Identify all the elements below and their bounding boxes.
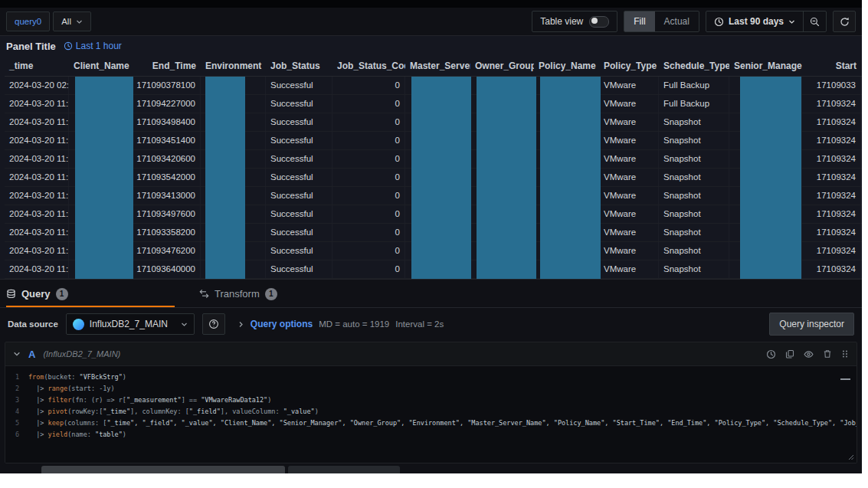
query-ref-id: A <box>28 349 35 360</box>
bottom-actions-partial <box>0 466 862 473</box>
table-cell: VMware <box>599 187 659 205</box>
table-cell: 171093358200 <box>132 224 201 241</box>
add-expression-button-partial[interactable] <box>288 466 400 473</box>
code-line: 4 |> pivot(rowKey:["_time"], columnKey: … <box>5 406 857 418</box>
line-number: 1 <box>5 372 28 383</box>
column-header-Job_Status[interactable]: Job_Status <box>266 61 332 71</box>
table-cell: VMware <box>599 113 659 131</box>
column-header-Policy_Type[interactable]: Policy_Type <box>599 61 659 71</box>
table-cell: Successful <box>266 187 332 205</box>
toolbar-right-controls: Table view Fill Actual Last 90 days <box>532 11 856 32</box>
query-inspector-button[interactable]: Query inspector <box>769 313 854 336</box>
table-cell: 171093498400 <box>132 113 201 131</box>
table-cell: 2024-03-20 11:00.. <box>5 95 69 113</box>
table-cell: VMware <box>599 150 659 168</box>
trash-icon[interactable] <box>823 349 832 359</box>
datasource-help-button[interactable] <box>202 313 225 335</box>
duplicate-icon[interactable] <box>785 349 794 359</box>
column-header-Policy_Name[interactable]: Policy_Name <box>534 61 599 71</box>
table-cell: 171093640000 <box>132 260 201 278</box>
table-cell: 171094227000 <box>132 95 201 113</box>
clock-icon <box>64 41 73 51</box>
actual-button[interactable]: Actual <box>655 11 699 31</box>
table-cell: Successful <box>266 169 332 186</box>
datasource-picker[interactable]: InfluxDB2_7_MAIN <box>66 313 195 335</box>
table-cell: 2024-03-20 02:5... <box>5 77 69 94</box>
table-view-control: Table view <box>532 11 617 32</box>
table-cell: 0 <box>332 187 405 205</box>
table-cell: 171093420600 <box>132 150 201 168</box>
table-cell: 2024-03-20 11:00.. <box>5 187 69 205</box>
variable-value: All <box>61 17 71 26</box>
code-line: 2 |> range(start: -1y) <box>5 383 857 395</box>
eye-icon[interactable] <box>804 349 814 359</box>
max-data-points-info: MD = auto = 1919 <box>319 319 389 329</box>
flux-code-editor[interactable]: 1from(bucket: "VFBckStrg")2 |> range(sta… <box>5 366 857 463</box>
table-cell: 17109033 <box>802 77 861 94</box>
redaction-bar <box>740 77 801 279</box>
history-icon[interactable] <box>766 349 776 359</box>
line-number: 6 <box>5 429 28 441</box>
table-cell: Successful <box>266 260 332 278</box>
table-cell: 17109324 <box>802 205 861 223</box>
zoom-out-time-button[interactable] <box>803 11 826 31</box>
redaction-bar <box>477 77 536 279</box>
column-header-Master_Server_Nam[interactable]: Master_Server_Nam <box>405 61 470 71</box>
query-row-header[interactable]: A (InfluxDB2_7_MAIN) <box>5 342 857 366</box>
table-view-label: Table view <box>540 16 583 27</box>
table-cell: 0 <box>332 260 405 278</box>
column-header-_time[interactable]: _time <box>5 61 69 71</box>
refresh-button[interactable] <box>833 11 856 32</box>
table-cell: 17109324 <box>802 187 861 205</box>
redaction-bar <box>540 77 601 279</box>
tab-query[interactable]: Query 1 <box>6 280 175 307</box>
top-black-strip <box>0 0 862 8</box>
table-view-toggle[interactable] <box>589 16 609 28</box>
tab-query-label: Query <box>21 288 51 300</box>
tab-transform[interactable]: Transform 1 <box>192 280 285 307</box>
table-cell: Full Backup <box>659 77 729 94</box>
table-cell: Successful <box>266 205 332 223</box>
column-header-Owner_Group[interactable]: Owner_Group <box>470 61 534 71</box>
redaction-bar <box>205 77 245 279</box>
variable-name-chip[interactable]: query0 <box>6 11 50 31</box>
toggle-knob <box>591 18 598 24</box>
table-cell: Snapshot <box>659 242 729 260</box>
column-header-Job_Status_Code[interactable]: Job_Status_Code <box>332 61 405 71</box>
table-cell: VMware <box>599 132 659 149</box>
table-cell: 2024-03-20 11:00.. <box>5 205 69 223</box>
variable-value-dropdown[interactable]: All <box>53 11 91 31</box>
table-cell: VMware <box>599 224 659 241</box>
collapse-chevron-icon[interactable] <box>13 350 21 358</box>
redaction-bar <box>75 77 133 279</box>
panel-time-info[interactable]: Last 1 hour <box>64 41 122 51</box>
table-cell: 17109324 <box>802 224 861 241</box>
table-cell: 17109324 <box>802 169 861 186</box>
resize-handle-icon[interactable] <box>847 454 854 460</box>
panel-title: Panel Title <box>6 41 56 52</box>
fill-button[interactable]: Fill <box>624 11 654 31</box>
table-cell: 0 <box>332 169 405 186</box>
add-query-button-partial[interactable] <box>41 466 285 473</box>
column-header-Start[interactable]: Start <box>802 61 861 71</box>
column-header-End_Time[interactable]: End_Time <box>132 61 201 71</box>
table-cell: 171093451400 <box>132 132 201 149</box>
table-cell: 171093413000 <box>132 187 201 205</box>
transform-icon <box>199 289 209 299</box>
query-options-link[interactable]: Query options <box>251 319 313 329</box>
scrollbar-marker[interactable] <box>840 378 850 380</box>
time-range-picker[interactable]: Last 90 days <box>706 11 803 31</box>
column-header-Schedule_Type[interactable]: Schedule_Type <box>659 61 729 71</box>
column-header-Senior_Manager[interactable]: Senior_Manager <box>729 61 802 71</box>
chevron-down-icon <box>788 18 795 25</box>
table-cell: VMware <box>599 95 659 113</box>
table-cell: 0 <box>332 242 405 260</box>
column-header-Client_Name[interactable]: Client_Name <box>69 61 132 71</box>
code-line: 3 |> filter(fn: (r) => r["_measurement"]… <box>5 395 857 406</box>
help-circle-icon <box>208 319 219 329</box>
drag-handle-icon[interactable] <box>841 349 849 359</box>
datasource-label: Data source <box>8 319 58 329</box>
column-header-Environment[interactable]: Environment <box>201 61 266 71</box>
code-line: 6 |> yield(name: "table") <box>5 429 857 441</box>
influxdb-logo <box>73 319 84 330</box>
